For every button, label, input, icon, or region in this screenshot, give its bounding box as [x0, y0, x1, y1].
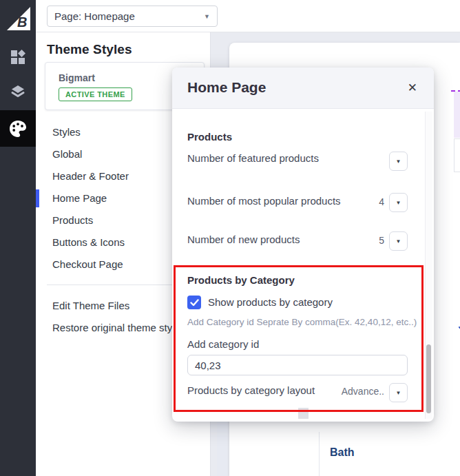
- app-sidebar: B: [0, 0, 36, 476]
- popular-products-value: 4: [379, 196, 384, 207]
- products-section-heading: Products: [187, 131, 232, 143]
- chevron-down-icon: ▼: [204, 13, 210, 20]
- featured-products-dropdown[interactable]: ▼: [389, 152, 408, 171]
- active-theme-badge: ACTIVE THEME: [59, 87, 132, 101]
- chevron-down-icon: ▼: [396, 158, 401, 165]
- close-icon[interactable]: ✕: [408, 81, 417, 96]
- new-products-dropdown[interactable]: ▼: [389, 231, 408, 251]
- category-id-helper-text: Add Category id Seprate By comma(Ex. 42,…: [187, 317, 417, 327]
- category-layout-label: Products by category layout: [187, 384, 315, 396]
- chevron-down-icon: ▼: [396, 200, 401, 206]
- svg-text:B: B: [17, 14, 27, 30]
- nav-item-label: Buttons & Icons: [52, 236, 125, 248]
- new-products-label: Number of new products: [187, 230, 346, 249]
- scrolled-content-peek: [298, 408, 309, 419]
- panel-title: Theme Styles: [47, 42, 132, 57]
- preview-highlighted-section: [454, 92, 460, 138]
- show-products-by-category-checkbox[interactable]: [187, 296, 201, 309]
- category-id-input[interactable]: [187, 355, 408, 375]
- channels-grid-icon[interactable]: [0, 40, 36, 74]
- category-list-border: [319, 432, 320, 476]
- nav-item-label: Home Page: [52, 192, 107, 204]
- chevron-down-icon: ▼: [396, 390, 401, 396]
- nav-item-label: Global: [52, 148, 82, 160]
- nav-item-label: Checkout Page: [52, 258, 123, 270]
- new-products-value: 5: [379, 235, 384, 246]
- preview-scrollbar[interactable]: [217, 422, 227, 476]
- category-layout-value: Advance..: [342, 386, 384, 397]
- bigcommerce-logo[interactable]: B: [7, 7, 30, 30]
- active-indicator-bar: [36, 189, 39, 207]
- page-selector-value: Page: Homepage: [54, 10, 204, 22]
- theme-name: Bigmart: [59, 72, 95, 83]
- category-section-heading: Products by Category: [187, 274, 295, 286]
- topbar: Page: Homepage ▼: [36, 0, 460, 32]
- theme-palette-icon[interactable]: [0, 110, 36, 147]
- popular-products-label: Number of most popular products: [187, 192, 346, 211]
- chevron-down-icon: ▼: [396, 238, 401, 245]
- nav-item-label: Header & Footer: [52, 170, 129, 182]
- home-page-settings-modal: Home Page ✕ Products Number of featured …: [172, 68, 434, 422]
- popular-products-dropdown[interactable]: ▼: [389, 193, 408, 212]
- preview-content-block: [454, 138, 460, 172]
- add-category-id-label: Add category id: [187, 338, 259, 350]
- modal-title: Home Page: [187, 79, 266, 96]
- preview-category-link-bath[interactable]: Bath: [330, 446, 355, 459]
- featured-products-label: Number of featured products: [187, 149, 346, 168]
- edit-theme-files-link[interactable]: Edit Theme Files: [52, 300, 129, 311]
- nav-item-label: Products: [52, 214, 93, 226]
- modal-header: Home Page ✕: [172, 68, 434, 109]
- category-layout-dropdown[interactable]: ▼: [389, 383, 408, 402]
- page-selector-dropdown[interactable]: Page: Homepage ▼: [47, 6, 218, 27]
- restore-theme-link[interactable]: Restore original theme sty: [52, 322, 172, 333]
- layers-icon[interactable]: [0, 74, 36, 109]
- nav-item-label: Styles: [52, 126, 81, 138]
- show-products-by-category-label: Show products by category: [208, 296, 333, 308]
- modal-scrollbar-thumb[interactable]: [426, 344, 431, 413]
